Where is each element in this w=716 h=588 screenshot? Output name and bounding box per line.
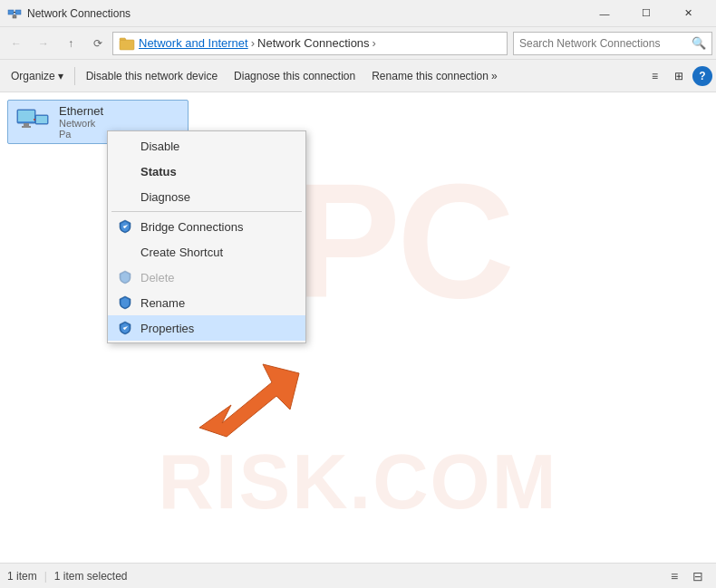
ctx-diagnose[interactable]: Diagnose <box>108 184 305 209</box>
rename-button[interactable]: Rename this connection » <box>364 63 504 89</box>
toolbar: Organize ▾ Disable this network device D… <box>0 60 716 92</box>
back-button[interactable]: ← <box>4 31 29 56</box>
svg-rect-11 <box>36 116 47 123</box>
ctx-delete: Delete <box>108 265 305 290</box>
ctx-rename-icon <box>117 294 133 311</box>
maximize-button[interactable]: ☐ <box>625 0 667 27</box>
view-pane-button[interactable]: ⊞ <box>667 63 691 89</box>
status-separator: | <box>44 570 47 583</box>
organize-button[interactable]: Organize ▾ <box>4 63 71 89</box>
arrow-pointer <box>199 355 308 448</box>
forward-button[interactable]: → <box>31 31 56 56</box>
breadcrumb-part1[interactable]: Network and Internet <box>139 36 248 50</box>
title-bar: Network Connections — ☐ ✕ <box>0 0 716 27</box>
ctx-disable-label: Disable <box>140 140 179 153</box>
watermark-bottom: RISK.COM <box>159 438 558 526</box>
close-button[interactable]: ✕ <box>667 0 709 27</box>
status-bar: 1 item | 1 item selected ≡ ⊟ <box>0 563 716 588</box>
ctx-status-label: Status <box>140 165 177 178</box>
status-view-controls: ≡ ⊟ <box>663 566 709 586</box>
svg-rect-9 <box>22 126 31 128</box>
diagnose-button[interactable]: Diagnose this connection <box>227 63 363 89</box>
svg-rect-7 <box>18 111 34 121</box>
help-button[interactable]: ? <box>692 66 712 86</box>
minimize-button[interactable]: — <box>584 0 625 27</box>
search-icon: 🔍 <box>692 36 706 50</box>
ctx-delete-icon <box>117 269 133 285</box>
ethernet-icon <box>15 108 52 137</box>
ctx-bridge[interactable]: Bridge Connections <box>108 214 305 239</box>
title-bar-controls: — ☐ ✕ <box>584 0 709 27</box>
ctx-rename-label: Rename <box>140 296 185 310</box>
refresh-button[interactable]: ⟳ <box>85 31 111 56</box>
ctx-properties[interactable]: Properties <box>108 315 305 341</box>
up-button[interactable]: ↑ <box>58 31 83 56</box>
item-selected: 1 item selected <box>54 570 128 583</box>
ctx-rename[interactable]: Rename <box>108 290 305 315</box>
ctx-bridge-label: Bridge Connections <box>140 220 243 234</box>
svg-marker-15 <box>199 364 299 437</box>
file-info: Ethernet Network Pa <box>59 104 103 140</box>
search-input[interactable] <box>519 37 692 50</box>
ctx-delete-label: Delete <box>140 271 175 284</box>
address-path[interactable]: Network and Internet › Network Connectio… <box>112 32 508 55</box>
svg-rect-8 <box>24 123 29 126</box>
search-box[interactable]: 🔍 <box>513 32 712 55</box>
context-menu: Disable Status Diagnose Bridge Connectio… <box>107 130 306 343</box>
svg-rect-1 <box>15 10 21 14</box>
ethernet-type: Network <box>59 118 103 129</box>
ethernet-subtype: Pa <box>59 129 103 140</box>
svg-rect-5 <box>120 40 134 50</box>
ctx-properties-icon <box>117 320 133 336</box>
ctx-sep-1 <box>111 211 302 212</box>
details-view-button[interactable]: ⊟ <box>687 566 709 586</box>
item-count: 1 item <box>7 570 37 583</box>
title-bar-title: Network Connections <box>27 7 584 20</box>
disable-network-button[interactable]: Disable this network device <box>79 63 225 89</box>
toolbar-right: ≡ ⊞ ? <box>644 63 712 89</box>
ctx-disable[interactable]: Disable <box>108 133 305 159</box>
toolbar-separator-1 <box>74 67 75 85</box>
ctx-properties-label: Properties <box>140 322 194 335</box>
ethernet-name: Ethernet <box>59 104 103 118</box>
ctx-bridge-icon <box>117 218 133 235</box>
svg-rect-3 <box>13 15 16 18</box>
address-bar: ← → ↑ ⟳ Network and Internet › Network C… <box>0 27 716 60</box>
svg-rect-0 <box>8 10 14 14</box>
title-bar-icon <box>7 6 22 21</box>
breadcrumb-part2[interactable]: Network Connections <box>257 36 370 50</box>
view-menu-button[interactable]: ≡ <box>644 63 665 89</box>
breadcrumb-sep2: › <box>373 36 376 50</box>
list-view-button[interactable]: ≡ <box>663 566 685 586</box>
main-content: 9PC RISK.COM <box>0 92 716 563</box>
ctx-shortcut[interactable]: Create Shortcut <box>108 239 305 265</box>
breadcrumb-sep1: › <box>251 36 255 50</box>
ctx-diagnose-label: Diagnose <box>140 190 190 204</box>
ctx-shortcut-label: Create Shortcut <box>140 246 223 259</box>
ctx-status[interactable]: Status <box>108 159 305 184</box>
